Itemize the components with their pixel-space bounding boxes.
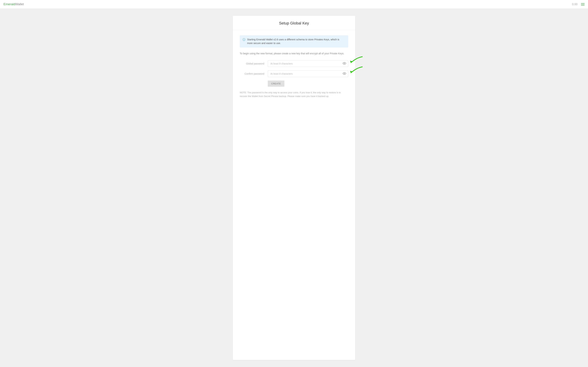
setup-card: Setup Global Key ⓘ Starting Emerald Wall…: [233, 16, 355, 360]
app-logo: Emerald Wallet: [3, 2, 24, 6]
svg-marker-2: [350, 61, 353, 63]
svg-point-3: [343, 73, 346, 75]
logo-wallet: Wallet: [15, 2, 24, 6]
menu-icon[interactable]: [581, 3, 585, 6]
menu-line-3: [581, 5, 585, 6]
info-banner-text: Starting Emerald Wallet v2.6 uses a diff…: [247, 38, 346, 45]
balance-display: 0.00: [572, 3, 578, 6]
svg-point-0: [343, 62, 346, 65]
main-content: Setup Global Key ⓘ Starting Emerald Wall…: [0, 9, 588, 367]
svg-point-4: [344, 73, 345, 74]
menu-line-1: [581, 3, 585, 3]
logo-emerald: Emerald: [3, 2, 15, 6]
menu-line-2: [581, 4, 585, 5]
svg-marker-5: [350, 71, 353, 73]
confirm-password-row: Confirm password: [240, 70, 348, 77]
description-text: To begin using the new format, please cr…: [240, 52, 348, 55]
note-text: NOTE: The password is the only way to ac…: [240, 91, 348, 98]
button-row: CREATE: [268, 81, 348, 87]
arrow-annotation-1: [348, 56, 364, 67]
eye-icon-confirm[interactable]: [343, 72, 346, 75]
confirm-password-wrapper: [268, 70, 348, 77]
card-body: ⓘ Starting Emerald Wallet v2.6 uses a di…: [233, 30, 355, 105]
info-banner: ⓘ Starting Emerald Wallet v2.6 uses a di…: [240, 35, 348, 48]
create-button[interactable]: CREATE: [268, 81, 284, 87]
confirm-password-input[interactable]: [268, 70, 348, 77]
svg-point-1: [344, 63, 345, 64]
page-title: Setup Global Key: [240, 21, 348, 25]
confirm-password-label: Confirm password: [240, 72, 268, 75]
eye-icon-password[interactable]: [343, 62, 346, 65]
global-password-wrapper: [268, 60, 348, 67]
arrow-annotation-2: [348, 66, 364, 77]
card-header: Setup Global Key: [233, 16, 355, 30]
topbar: Emerald Wallet 0.00: [0, 0, 588, 9]
global-password-input[interactable]: [268, 60, 348, 67]
info-icon: ⓘ: [242, 38, 245, 42]
global-password-label: Global password: [240, 62, 268, 65]
global-password-row: Global password: [240, 60, 348, 67]
topbar-right: 0.00: [572, 3, 585, 6]
